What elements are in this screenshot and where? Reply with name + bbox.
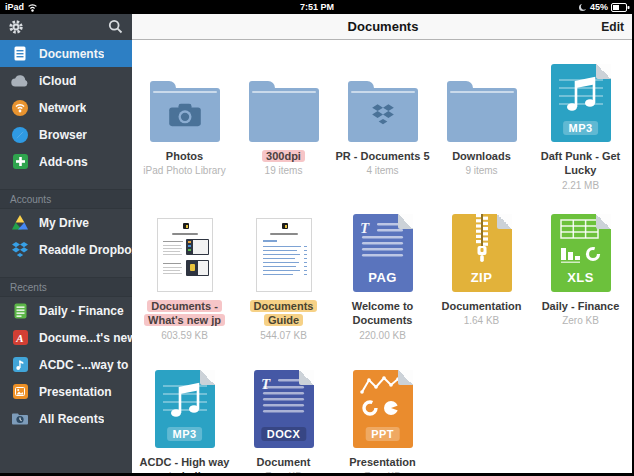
page-corner-fold [200,370,215,385]
item-label: Document [257,455,311,469]
page-corner-fold [497,214,512,229]
item-label: PR - Documents 5 [335,149,429,163]
svg-text:T: T [261,376,271,392]
mp3-file-icon: MP3 [551,64,611,142]
main-panel: Documents Edit Photos iPad P [132,14,634,476]
page-corner-fold [398,214,413,229]
grid-item-presentation-ppt[interactable]: PPT Presentation Zero KB [333,358,432,476]
sidebar-item-label: My Drive [39,216,89,230]
item-label: Daft Punk - Get Lucky [533,149,629,178]
item-sublabel: 19 items [265,165,303,176]
do-not-disturb-moon-icon [578,3,587,12]
folder-icon [150,88,220,142]
grid-item-photos[interactable]: Photos iPad Photo Library [135,54,234,202]
folder-icon [447,88,517,142]
edit-button[interactable]: Edit [601,14,624,40]
item-label: Daily - Finance [542,299,620,313]
network-wifi-icon [11,99,29,117]
folder-icon [348,88,418,142]
grid-item-300dpi[interactable]: 300dpi 19 items [234,54,333,202]
grid-item-downloads[interactable]: Downloads 9 items [432,54,531,202]
grid-item-acdc-mp3[interactable]: MP3 ACDC - High way to hell Zero KB [135,358,234,476]
mp3-file-icon: MP3 [155,370,215,448]
pages-file-icon: T PAG [353,214,413,292]
recent-item-daily-finance[interactable]: Daily - Finance [0,297,132,324]
recent-item-label: ACDC -...way to hell [39,358,132,372]
spreadsheet-file-icon [11,302,29,320]
recent-item-all-recents[interactable]: All Recents [0,405,132,432]
item-sublabel: 9 items [465,165,497,176]
sidebar-item-browser[interactable]: Browser [0,121,132,148]
page-title: Documents [132,14,634,40]
sidebar-item-icloud[interactable]: iCloud [0,67,132,94]
main-header: Documents Edit [132,14,634,40]
item-label: Photos [166,149,203,163]
dropbox-icon [11,241,29,259]
sidebar-item-network[interactable]: Network [0,94,132,121]
grid-item-documents-guide[interactable]: Documents Guide 544.07 KB [234,202,333,352]
recent-item-label: Daily - Finance [39,304,124,318]
item-label-highlighted: Documents - What's new jp [144,300,225,326]
grid-item-documentation-zip[interactable]: ZIP Documentation 1.64 KB [432,202,531,352]
file-type-badge: ZIP [471,270,492,285]
document-icon [11,45,29,63]
item-sublabel: Zero KB [562,315,599,326]
app-screen: iPad 7:51 PM 45% [0,0,634,476]
presentation-file-icon [11,383,29,401]
grid-item-welcome-pag[interactable]: T PAG Welcome to Documents [333,202,432,352]
file-type-badge: MP3 [563,121,599,135]
document-preview [157,218,213,292]
grid-item-daily-finance-xls[interactable]: XLS Daily - Finance Zero KB [531,202,630,352]
search-icon[interactable] [108,19,123,34]
svg-text:T: T [360,220,370,236]
sidebar-item-label: iCloud [39,74,76,88]
page-corner-fold [596,64,611,79]
compass-browser-icon [11,126,29,144]
zip-file-icon: ZIP [452,214,512,292]
music-file-icon [11,356,29,374]
grid-item-whats-new-jp[interactable]: Documents - What's new jp 603.59 KB [135,202,234,352]
recent-item-acdc[interactable]: ACDC -...way to hell [0,351,132,378]
item-sublabel: 603.59 KB [161,330,208,341]
sidebar-item-readdle-dropbox[interactable]: Readdle Dropbox [0,236,132,263]
file-type-badge: DOCX [261,427,306,441]
recents-section-header: Recents [0,277,132,297]
sidebar-item-label: Documents [39,47,104,61]
sidebar-item-label: Browser [39,128,87,142]
sidebar-item-addons[interactable]: Add-ons [0,148,132,175]
documents-logo-icon [183,223,189,229]
pdf-file-icon: A [11,329,29,347]
item-label: Welcome to Documents [335,299,431,328]
recents-folder-clock-icon [11,410,29,428]
settings-gear-icon[interactable] [8,19,24,35]
folder-icon [249,88,319,142]
page-corner-fold [596,214,611,229]
status-bar: iPad 7:51 PM 45% [0,0,634,14]
sidebar-item-label: Network [39,101,86,115]
dropbox-glyph-icon [348,88,418,142]
clock: 7:51 PM [0,2,634,12]
item-label: Presentation [349,455,416,469]
screenshot-thumbnail [186,239,209,255]
sidebar-item-label: Add-ons [39,155,88,169]
page-corner-fold [299,370,314,385]
recent-item-presentation[interactable]: Presentation [0,378,132,405]
item-sublabel: 544.07 KB [260,330,307,341]
camera-icon [150,88,220,142]
item-sublabel: 4 items [366,165,398,176]
recent-item-label: Docume...t's new jp [39,331,132,345]
file-type-badge: PAG [368,270,396,285]
grid-item-document-docx[interactable]: T DOCX Document Zero KB [234,358,333,476]
screenshot-thumbnail [186,260,209,276]
grid-item-daft-punk-mp3[interactable]: MP3 Daft Punk - Get Lucky 2.21 MB [531,54,630,202]
accounts-section-header: Accounts [0,189,132,209]
cloud-icon [11,72,29,90]
page-corner-fold [398,370,413,385]
grid-item-pr-documents-5[interactable]: PR - Documents 5 4 items [333,54,432,202]
sidebar-item-documents[interactable]: Documents [0,40,132,67]
sidebar-item-my-drive[interactable]: My Drive [0,209,132,236]
item-label: Downloads [452,149,511,163]
grid-row: Photos iPad Photo Library 300dpi 19 item… [132,54,634,202]
item-label-highlighted: 300dpi [262,150,305,162]
recent-item-pdf[interactable]: A Docume...t's new jp [0,324,132,351]
